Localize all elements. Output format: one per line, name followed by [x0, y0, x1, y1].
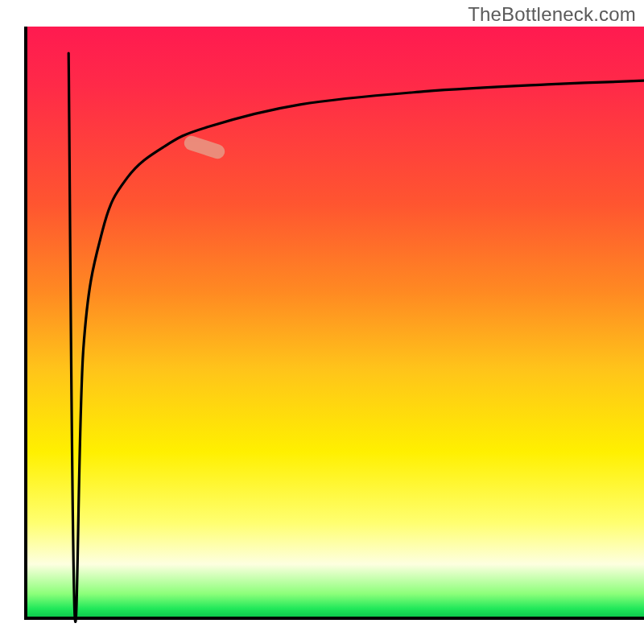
x-axis	[24, 617, 644, 620]
chart-container: TheBottleneck.com	[0, 0, 644, 644]
y-axis	[24, 27, 27, 619]
axes	[0, 0, 644, 644]
